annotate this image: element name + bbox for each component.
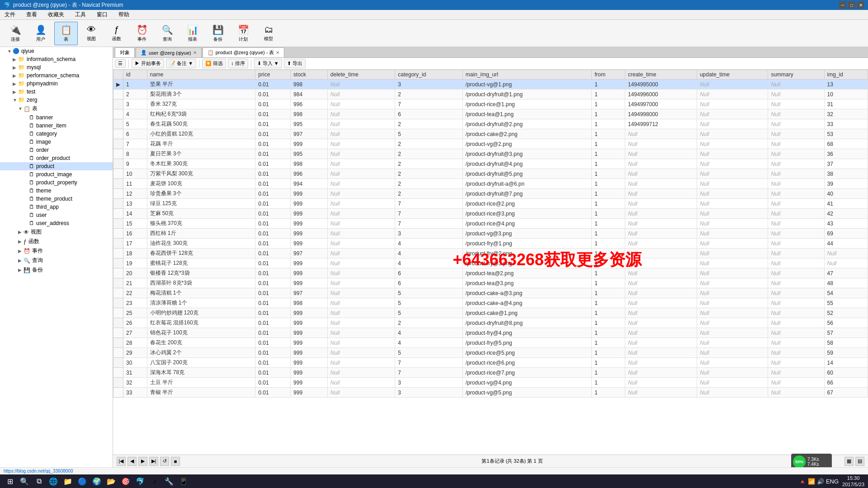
table-row[interactable]: 31深海木耳 78克0.01999Null7/product-rice@7.pn… (113, 368, 868, 378)
col-delete-time[interactable]: delete_time (327, 70, 395, 80)
sidebar-item-user-address[interactable]: 🗒 user_address (0, 219, 113, 227)
sidebar-item-theme[interactable]: 🗒 theme (0, 187, 113, 195)
table-row[interactable]: 25小明约炒鸡翅 120克0.01999Null5/product-cake@1… (113, 308, 868, 318)
sub-btn-filter[interactable]: 🔽 筛选 (202, 59, 226, 68)
table-row[interactable]: 15猕头桃 370克0.01999Null7/product-rice@4.pn… (113, 219, 868, 229)
sidebar-item-zerg[interactable]: ▼ 📁 zerg (0, 96, 113, 104)
sub-btn-begin-transaction[interactable]: ▶ 开始事务 (132, 59, 164, 68)
col-summary[interactable]: summary (768, 70, 824, 80)
sidebar-item-functions[interactable]: ▶ ƒ 函数 (0, 237, 113, 246)
task-view-button[interactable]: ⧉ (33, 475, 45, 488)
close-button[interactable]: ✕ (857, 1, 864, 9)
col-price[interactable]: price (255, 70, 291, 80)
menu-file[interactable]: 文件 (2, 10, 18, 19)
pag-first[interactable]: |◀ (117, 457, 126, 466)
taskbar-explorer[interactable]: 📁 (61, 475, 74, 488)
form-view-btn[interactable]: ▤ (855, 457, 864, 466)
sidebar-item-order[interactable]: 🗒 order (0, 146, 113, 154)
table-row[interactable]: 18春花西饼干 128克0.01997Null4/product-fry@2.p… (113, 249, 868, 258)
col-stock[interactable]: stock (291, 70, 328, 80)
table-row[interactable]: 8夏日芒果 3个0.01995Null2/product-dryfruit@3.… (113, 149, 868, 159)
pag-last[interactable]: ▶| (149, 457, 158, 466)
table-row[interactable]: 17油炸花生 300克0.01999Null4/product-fry@1.pn… (113, 239, 868, 249)
col-from[interactable]: from (592, 70, 625, 80)
sidebar-item-product-image[interactable]: 🗒 product_image (0, 170, 113, 178)
table-row[interactable]: 16西红柿 1斤0.01999Null3/product-vg@3.png1Nu… (113, 229, 868, 239)
grid-view-btn[interactable]: ▦ (844, 457, 854, 466)
table-row[interactable]: 14芝麻 50克0.01999Null7/product-rice@3.png1… (113, 209, 868, 219)
menu-window[interactable]: 窗口 (94, 10, 110, 19)
toolbar-schedule[interactable]: 📅 计划 (231, 22, 255, 45)
taskbar-clock[interactable]: 15:30 2017/5/23 (842, 475, 864, 488)
table-row[interactable]: ▶1坚果 半斤0.01998Null3/product-vg@1.png1149… (113, 80, 868, 89)
taskbar-ie[interactable]: 🔵 (76, 475, 89, 488)
table-row[interactable]: 9冬木红果 300克0.01998Null2/product-dryfruit@… (113, 159, 868, 169)
pag-stop[interactable]: ■ (171, 457, 180, 466)
table-row[interactable]: 26红衣莓花 混搭160克0.01999Null2/product-dryfru… (113, 318, 868, 328)
table-row[interactable]: 32土豆 半斤0.01999Null3/product-vg@4.png1Nul… (113, 378, 868, 388)
table-row[interactable]: 22梅花清糕 1个0.01997Null5/product-cake-a@3.p… (113, 288, 868, 298)
tab-product[interactable]: 📋 product @zerg (qiyue) - 表 ✕ (203, 47, 285, 57)
tab-user[interactable]: 👤 user @zerg (qiyue) ✕ (136, 47, 202, 57)
sidebar-item-banner[interactable]: 🗒 banner (0, 113, 113, 122)
taskbar-app1[interactable]: 📂 (105, 475, 118, 488)
menu-favorites[interactable]: 收藏夹 (45, 10, 67, 19)
sidebar-item-mysql[interactable]: ▶ 📁 mysql (0, 63, 113, 71)
toolbar-view[interactable]: 👁 视图 (80, 22, 103, 45)
sidebar-item-information-schema[interactable]: ▶ 📁 information_schema (0, 55, 113, 63)
table-row[interactable]: 29冰心鸡翼 2个0.01999Null5/product-rice@5.png… (113, 348, 868, 358)
start-button[interactable]: ⊞ (4, 475, 16, 488)
search-button[interactable]: 🔍 (18, 475, 31, 488)
table-row[interactable]: 5春生花藕 500克0.01995Null2/product-dryfruit@… (113, 119, 868, 129)
taskbar-app5[interactable]: 🔧 (163, 475, 175, 488)
taskbar-edge[interactable]: 🌐 (47, 475, 60, 488)
sidebar-item-category[interactable]: 🗒 category (0, 130, 113, 138)
taskbar-app2[interactable]: 🎯 (119, 475, 132, 488)
sub-btn-export[interactable]: ⬆ 导出 (284, 59, 306, 68)
taskbar-app6[interactable]: 📱 (177, 475, 190, 488)
sidebar-item-qiyue[interactable]: ▼ 🔵 qiyue (0, 47, 113, 55)
sidebar-item-events[interactable]: ▶ ⏰ 事件 (0, 246, 113, 256)
table-row[interactable]: 28春花生 200克0.01999Null4/product-fry@5.png… (113, 338, 868, 348)
sidebar-item-test[interactable]: ▶ 📁 test (0, 88, 113, 96)
toolbar-user[interactable]: 👤 用户 (29, 22, 52, 45)
col-id[interactable]: id (123, 70, 147, 80)
taskbar-app4[interactable]: ♪ (148, 475, 161, 488)
toolbar-backup[interactable]: 💾 备份 (206, 22, 230, 45)
sidebar-item-queries[interactable]: ▶ 🔍 查询 (0, 256, 113, 265)
sidebar-item-banner-item[interactable]: 🗒 banner_item (0, 122, 113, 130)
table-row[interactable]: 13绿豆 125克0.01999Null7/product-rice@2.png… (113, 199, 868, 209)
table-row[interactable]: 3香米 327克0.01996Null7/product-rice@1.png1… (113, 99, 868, 109)
sidebar-item-image[interactable]: 🗒 image (0, 138, 113, 146)
col-update-time[interactable]: update_time (697, 70, 768, 80)
table-row[interactable]: 19蜜桃花子 128克0.01999Null4/product-fry@3.pn… (113, 258, 868, 268)
sidebar-item-product-property[interactable]: 🗒 product_property (0, 178, 113, 187)
sidebar-item-user[interactable]: 🗒 user (0, 211, 113, 219)
table-row[interactable]: 23清凉薄荷糖 1个0.01998Null5/product-cake-a@4.… (113, 298, 868, 308)
taskbar-chrome[interactable]: 🌍 (90, 475, 103, 488)
pag-refresh[interactable]: ↺ (160, 457, 169, 466)
sidebar-item-views[interactable]: ▶ 👁 视图 (0, 227, 113, 237)
title-bar-controls[interactable]: ─ □ ✕ (839, 1, 864, 9)
tab-product-close[interactable]: ✕ (276, 50, 279, 55)
col-create-time[interactable]: create_time (625, 70, 697, 80)
table-row[interactable]: 27锦色花子 100克0.01999Null4/product-fry@4.pn… (113, 328, 868, 338)
col-img-id[interactable]: img_id (824, 70, 868, 80)
tab-user-close[interactable]: ✕ (193, 50, 197, 55)
menu-tools[interactable]: 工具 (72, 10, 89, 19)
tab-objects[interactable]: 对象 (115, 47, 135, 57)
table-row[interactable]: 11麦花饼 100克0.01994Null2/product-dryfruit-… (113, 179, 868, 189)
menu-help[interactable]: 帮助 (116, 10, 132, 19)
sidebar-item-theme-product[interactable]: 🗒 theme_product (0, 195, 113, 203)
table-row[interactable]: 33青椒 半斤0.01999Null3/product-vg@5.png1Nul… (113, 388, 868, 398)
sidebar-item-order-product[interactable]: 🗒 order_product (0, 154, 113, 162)
col-main-img-url[interactable]: main_img_url (462, 70, 591, 80)
toolbar-connect[interactable]: 🔌 连接 (4, 22, 27, 45)
table-row[interactable]: 4红枸杞 6克*3袋0.01998Null6/product-tea@1.png… (113, 109, 868, 119)
table-row[interactable]: 21西湖茶叶 8克*3袋0.01999Null6/product-tea@3.p… (113, 278, 868, 288)
toolbar-table[interactable]: 📋 表 (54, 22, 78, 45)
table-row[interactable]: 2梨花雨滴 3个0.01984Null2/product-dryfruit@1.… (113, 89, 868, 99)
toolbar-function[interactable]: ƒ 函数 (105, 22, 128, 45)
table-row[interactable]: 20银楼香 12克*3袋0.01999Null6/product-tea@2.p… (113, 268, 868, 278)
pag-next[interactable]: ▶ (138, 457, 147, 466)
